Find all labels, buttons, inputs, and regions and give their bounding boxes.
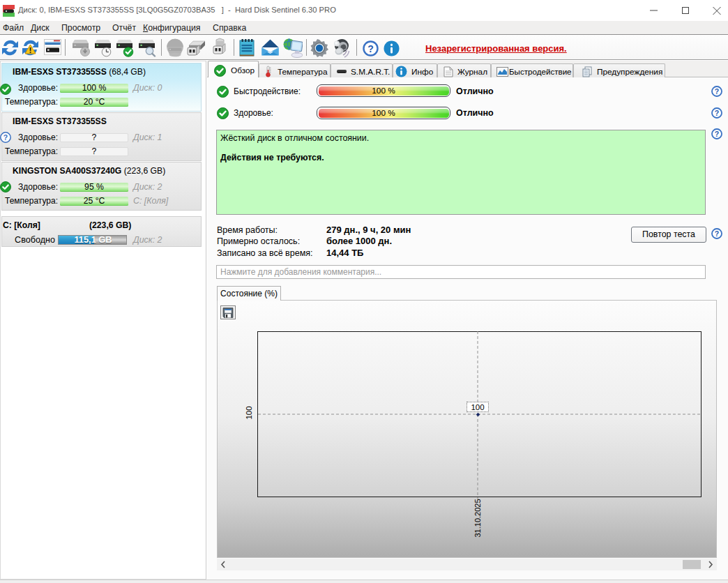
svg-text:?: ? (3, 133, 8, 142)
svg-text:?: ? (715, 109, 719, 117)
svg-text:?: ? (715, 229, 719, 238)
svg-text:?: ? (715, 130, 719, 138)
svg-text:?: ? (715, 87, 719, 96)
svg-text:?: ? (367, 43, 374, 54)
